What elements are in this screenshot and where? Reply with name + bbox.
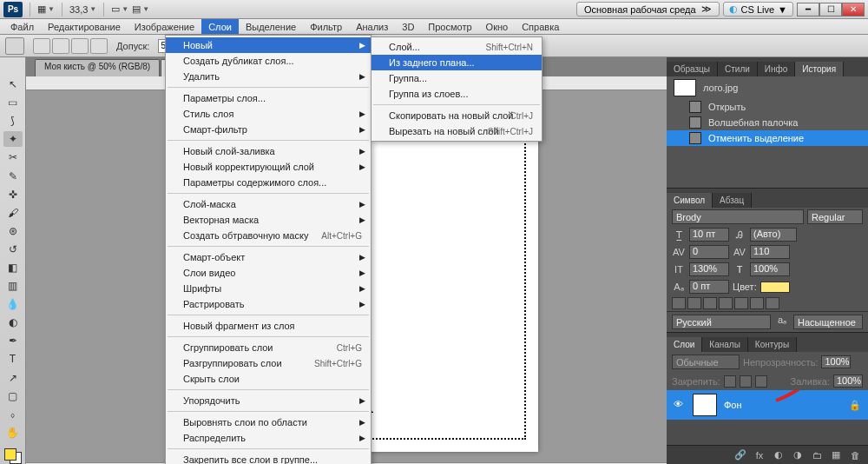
menu-item[interactable]: Скрыть слои (166, 371, 371, 387)
history-snapshot[interactable]: лого.jpg (667, 76, 868, 99)
panel-tab-Каналы[interactable]: Каналы (702, 337, 748, 352)
dodge-tool-icon[interactable]: ◐ (3, 315, 23, 330)
lock-pixels-icon[interactable] (724, 375, 736, 388)
menu-item[interactable]: Слой-маска▶ (166, 196, 371, 212)
group-icon[interactable]: 🗀 (809, 448, 825, 462)
menu-item[interactable]: Шрифты▶ (166, 281, 371, 296)
kerning-input[interactable]: 110 (750, 245, 790, 259)
menu-item[interactable]: Новый слой-заливка▶ (166, 143, 371, 159)
baseline-input[interactable]: 0 пт (689, 280, 729, 294)
blend-mode-select[interactable]: Обычные (672, 355, 740, 369)
layer-row[interactable]: 👁 Фон 🔒 (667, 390, 868, 420)
wand-tool-icon[interactable]: ✦ (3, 131, 23, 147)
font-family-select[interactable]: Brody (672, 209, 804, 224)
menu-item[interactable]: Закрепить все слои в группе... (166, 452, 371, 464)
heal-tool-icon[interactable]: ✜ (3, 187, 23, 202)
visibility-icon[interactable]: 👁 (674, 399, 686, 411)
zoom-dropdown[interactable]: 33,3▼ (69, 4, 96, 15)
menu-item[interactable]: Упорядочить▶ (166, 393, 371, 408)
layer-new-submenu[interactable]: Слой...Shift+Ctrl+NИз заднего плана...Гр… (371, 36, 542, 142)
menu-item[interactable]: Параметры содержимого слоя... (166, 175, 371, 190)
history-step[interactable]: Отменить выделение (667, 130, 868, 146)
panel-tab-Образцы[interactable]: Образцы (667, 62, 718, 76)
menu-Файл[interactable]: Файл (3, 19, 41, 34)
mask-icon[interactable]: ◐ (771, 448, 786, 462)
history-step[interactable]: Открыть (667, 99, 868, 115)
layer-menu[interactable]: Новый▶Создать дубликат слоя...Удалить▶Па… (165, 35, 372, 464)
pen-tool-icon[interactable]: ✒ (3, 333, 23, 348)
menu-Анализ[interactable]: Анализ (349, 19, 395, 34)
menu-Фильтр[interactable]: Фильтр (303, 19, 349, 34)
menu-item[interactable]: Распределить▶ (166, 430, 371, 446)
menu-item[interactable]: Удалить▶ (166, 69, 371, 84)
history-step[interactable]: Волшебная палочка (667, 115, 868, 130)
menu-item[interactable]: Смарт-фильтр▶ (166, 122, 371, 137)
menu-item[interactable]: Создать обтравочную маскуAlt+Ctrl+G (166, 228, 371, 243)
menu-item[interactable]: Из заднего плана... (372, 55, 542, 70)
menu-item[interactable]: Группа... (372, 70, 542, 86)
history-brush-tool-icon[interactable]: ↺ (3, 242, 23, 257)
adjustment-icon[interactable]: ◑ (790, 448, 806, 462)
lock-position-icon[interactable] (740, 375, 752, 388)
menu-item[interactable]: Новый корректирующий слой▶ (166, 159, 371, 175)
menu-item[interactable]: Слой...Shift+Ctrl+N (372, 39, 542, 55)
menu-item[interactable]: Сгруппировать слоиCtrl+G (166, 340, 371, 355)
menu-item[interactable]: Создать дубликат слоя... (166, 53, 371, 69)
menu-item[interactable]: Новый фрагмент из слоя (166, 318, 371, 334)
workspace-switcher[interactable]: Основная рабочая среда≫ (576, 2, 720, 17)
close-button[interactable]: ✕ (842, 3, 865, 17)
color-swatches[interactable] (4, 448, 22, 464)
font-style-select[interactable]: Regular (807, 209, 863, 224)
menu-item[interactable]: Скопировать на новый слойCtrl+J (372, 108, 542, 123)
leading-input[interactable]: (Авто) (750, 228, 797, 242)
panel-tab-Слои[interactable]: Слои (667, 337, 702, 352)
lasso-tool-icon[interactable]: ⟆ (3, 113, 23, 129)
selection-add-icon[interactable] (52, 38, 69, 54)
view-dropdown[interactable]: ▭▼ (111, 3, 128, 15)
antialias-select[interactable]: Насыщенное (793, 315, 863, 329)
menu-item[interactable]: Новый▶ (166, 37, 371, 53)
menu-item[interactable]: Группа из слоев... (372, 86, 542, 102)
maximize-button[interactable]: ☐ (819, 3, 842, 17)
trash-icon[interactable]: 🗑 (847, 448, 863, 462)
eraser-tool-icon[interactable]: ◧ (3, 260, 23, 275)
minimize-button[interactable]: ━ (797, 3, 819, 17)
active-tool-icon[interactable] (5, 37, 24, 55)
fill-input[interactable]: 100% (833, 375, 863, 388)
path-tool-icon[interactable]: ↗ (3, 370, 23, 386)
new-layer-icon[interactable]: ▦ (828, 448, 844, 462)
shape-tool-icon[interactable]: ▢ (3, 388, 23, 404)
vscale-input[interactable]: 130% (689, 262, 729, 276)
selection-new-icon[interactable] (33, 38, 50, 54)
panel-tab-Абзац[interactable]: Абзац (713, 193, 752, 208)
menu-item[interactable]: Выровнять слои по области▶ (166, 414, 371, 430)
type-tool-icon[interactable]: T (3, 351, 23, 367)
crop-tool-icon[interactable]: ✂ (3, 149, 23, 165)
panel-tab-Контуры[interactable]: Контуры (748, 337, 797, 352)
menu-Просмотр[interactable]: Просмотр (421, 19, 478, 34)
lock-all-icon[interactable] (755, 375, 767, 388)
arrange-dropdown[interactable]: ▤▼ (132, 3, 149, 15)
cs-live-button[interactable]: ◐CS Live▼ (723, 2, 793, 17)
menu-3D[interactable]: 3D (395, 19, 421, 34)
brush-tool-icon[interactable]: 🖌 (3, 205, 23, 221)
menu-Слои[interactable]: Слои (201, 19, 239, 34)
menu-Справка[interactable]: Справка (515, 19, 566, 34)
menu-Изображение[interactable]: Изображение (128, 19, 201, 34)
marquee-tool-icon[interactable]: ▭ (3, 95, 23, 110)
text-color-swatch[interactable] (760, 282, 790, 293)
menu-item[interactable]: Растрировать▶ (166, 296, 371, 312)
link-layers-icon[interactable]: 🔗 (733, 448, 748, 462)
panel-tab-Символ[interactable]: Символ (667, 193, 713, 208)
move-tool-icon[interactable]: ↖ (3, 76, 23, 92)
fx-icon[interactable]: fx (752, 448, 767, 462)
eyedropper-tool-icon[interactable]: ✎ (3, 168, 23, 183)
document-tab[interactable]: Моя кисть @ 50% (RGB/8) (35, 59, 160, 76)
menu-item[interactable]: Вырезать на новый слойShift+Ctrl+J (372, 123, 542, 139)
tracking-input[interactable]: 0 (689, 245, 729, 259)
font-size-input[interactable]: 10 пт (689, 228, 729, 242)
panel-tab-Стили[interactable]: Стили (718, 62, 758, 76)
hscale-input[interactable]: 100% (750, 262, 790, 276)
stamp-tool-icon[interactable]: ⊛ (3, 223, 23, 239)
menu-Окно[interactable]: Окно (479, 19, 516, 34)
